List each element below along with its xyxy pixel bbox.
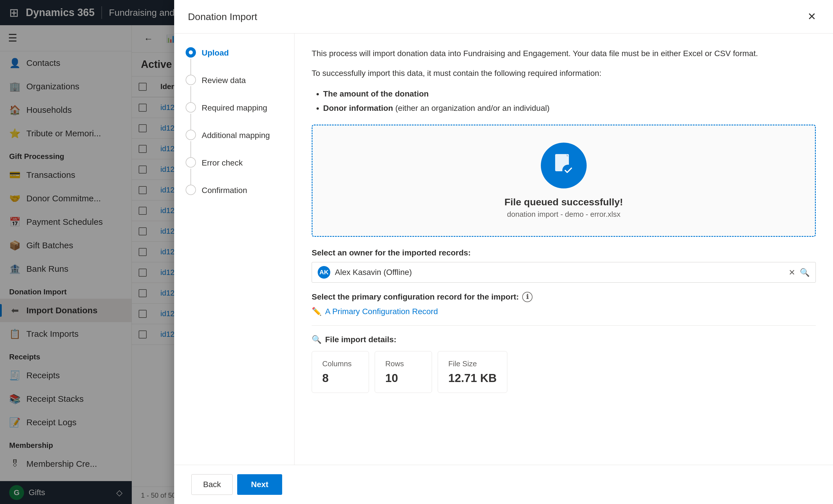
step-confirmation: Confirmation	[186, 185, 283, 195]
step-label-review[interactable]: Review data	[200, 75, 246, 85]
file-import-section-label: 🔍 File import details:	[312, 335, 816, 344]
step-circle-confirmation	[186, 185, 196, 195]
step-label-additional[interactable]: Additional mapping	[200, 130, 270, 140]
modal-content-panel: This process will import donation data i…	[294, 33, 833, 465]
required-item-donor: Donor information (either an organizatio…	[323, 101, 816, 115]
step-connector-confirmation	[186, 185, 196, 195]
step-label-upload[interactable]: Upload	[200, 47, 229, 57]
step-circle-additional	[186, 130, 196, 140]
owner-input[interactable]: AK Alex Kasavin (Offline) ✕ 🔍	[312, 262, 816, 283]
step-line-review	[190, 86, 191, 102]
step-connector-upload	[186, 47, 196, 57]
step-circle-review	[186, 75, 196, 85]
upload-success-icon-circle	[541, 143, 587, 188]
modal-close-button[interactable]: ✕	[804, 9, 819, 24]
config-info-icon: ℹ	[522, 292, 532, 302]
config-link[interactable]: ✏️ A Primary Configuration Record	[312, 307, 816, 316]
upload-success-box[interactable]: File queued successfully! donation impor…	[312, 125, 816, 237]
file-check-icon	[551, 153, 577, 178]
owner-name: Alex Kasavin (Offline)	[335, 268, 784, 277]
rows-value: 10	[385, 372, 421, 385]
step-additional-mapping: Additional mapping	[186, 130, 283, 157]
columns-label: Columns	[322, 359, 358, 368]
owner-avatar: AK	[318, 266, 330, 279]
step-label-required[interactable]: Required mapping	[200, 102, 267, 113]
file-detail-file-size: File Size 12.71 KB	[438, 351, 507, 393]
file-size-label: File Size	[448, 359, 497, 368]
step-line-required	[190, 114, 191, 130]
modal-footer: Back Next	[174, 465, 833, 504]
step-line-error	[190, 169, 191, 185]
step-circle-required	[186, 102, 196, 113]
wizard-steps: Upload Review data	[174, 33, 294, 465]
upload-success-filename: donation import - demo - error.xlsx	[507, 210, 620, 219]
file-detail-rows: Rows 10	[375, 351, 432, 393]
file-size-value: 12.71 KB	[448, 372, 497, 385]
step-circle-upload	[186, 47, 196, 57]
config-section-label: Select the primary configuration record …	[312, 292, 816, 302]
pencil-icon: ✏️	[312, 307, 322, 316]
step-error-check: Error check	[186, 157, 283, 185]
svg-point-1	[562, 165, 574, 176]
step-line-upload	[190, 59, 191, 75]
step-label-confirmation[interactable]: Confirmation	[200, 185, 247, 195]
owner-search-icon: 🔍	[800, 268, 810, 277]
step-connector-error	[186, 157, 196, 168]
step-connector-additional	[186, 130, 196, 140]
step-line-additional	[190, 141, 191, 157]
owner-field-label: Select an owner for the imported records…	[312, 248, 816, 258]
intro-text: This process will import donation data i…	[312, 47, 816, 60]
file-detail-columns: Columns 8	[312, 351, 369, 393]
modal-header: Donation Import ✕	[174, 0, 833, 33]
required-items-list: The amount of the donation Donor informa…	[323, 87, 816, 116]
step-required-mapping: Required mapping	[186, 102, 283, 130]
owner-clear-button[interactable]: ✕	[789, 268, 795, 277]
upload-success-title: File queued successfully!	[504, 196, 623, 208]
step-label-error[interactable]: Error check	[200, 157, 243, 168]
modal-body: Upload Review data	[174, 33, 833, 465]
next-step-button[interactable]: Next	[237, 474, 282, 495]
step-circle-error	[186, 157, 196, 168]
step-review-data: Review data	[186, 75, 283, 102]
required-info-label: To successfully import this data, it mus…	[312, 67, 816, 80]
step-connector-review	[186, 75, 196, 85]
columns-value: 8	[322, 372, 358, 385]
modal-title: Donation Import	[188, 11, 257, 22]
section-divider	[312, 325, 816, 326]
file-details-grid: Columns 8 Rows 10 File Size 12.71 KB	[312, 351, 816, 393]
magnify-icon: 🔍	[312, 335, 322, 344]
donation-import-modal: Donation Import ✕ Upload	[174, 0, 833, 504]
step-connector-required	[186, 102, 196, 113]
back-step-button[interactable]: Back	[191, 474, 233, 495]
required-item-amount: The amount of the donation	[323, 87, 816, 101]
rows-label: Rows	[385, 359, 421, 368]
step-upload: Upload	[186, 47, 283, 75]
